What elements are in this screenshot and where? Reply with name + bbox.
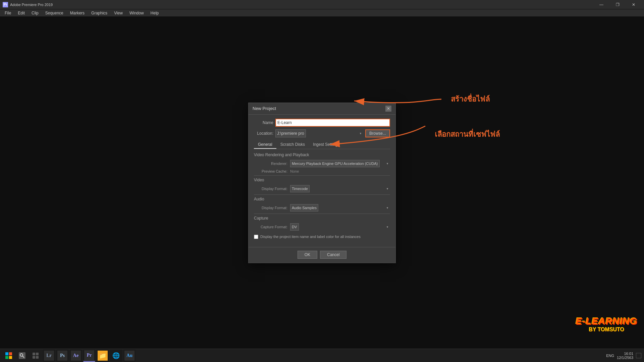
- app-title: Adobe Premiere Pro 2019: [10, 3, 53, 7]
- dialog-container: New Project ✕ Name Location:: [248, 103, 396, 263]
- title-bar: Pr Adobe Premiere Pro 2019 — ❐ ✕: [0, 0, 644, 9]
- annotation-create-name: สร้างชื่อไฟล์: [408, 89, 490, 109]
- taskbar-task-view-icon[interactable]: [30, 350, 42, 362]
- dialog-title: New Project: [253, 106, 276, 111]
- menu-view[interactable]: View: [111, 9, 126, 16]
- checkbox-label: Display the project item name and label …: [260, 235, 361, 239]
- dialog-close-button[interactable]: ✕: [385, 106, 391, 112]
- location-wrapper: J:\premiere pro: [275, 129, 363, 137]
- dialog-body: Name Location: J:\premiere pro Browse...: [249, 115, 395, 247]
- taskbar-time: 16:01: [624, 352, 633, 356]
- renderer-select[interactable]: Mercury Playback Engine GPU Acceleration…: [290, 160, 380, 167]
- annotation-create-name-text: สร้างชื่อไฟล์: [451, 93, 490, 105]
- taskbar-lightroom-icon[interactable]: Lr: [43, 350, 55, 362]
- capture-format-label: Capture Format:: [254, 225, 287, 229]
- chrome-icon: 🌐: [111, 351, 121, 361]
- audio-section-title: Audio: [254, 197, 390, 202]
- menu-sequence[interactable]: Sequence: [42, 9, 67, 16]
- browse-button[interactable]: Browse...: [365, 129, 390, 137]
- lightroom-icon: Lr: [44, 351, 54, 361]
- svg-rect-11: [33, 356, 35, 359]
- taskbar-chrome-icon[interactable]: 🌐: [110, 350, 122, 362]
- show-desktop-button[interactable]: [636, 353, 641, 358]
- tab-scratch-disks[interactable]: Scratch Disks: [276, 141, 309, 149]
- menu-clip[interactable]: Clip: [28, 9, 42, 16]
- name-input[interactable]: [275, 119, 390, 127]
- tab-ingest-settings[interactable]: Ingest Settings: [309, 141, 343, 149]
- tab-general[interactable]: General: [254, 141, 276, 149]
- svg-rect-9: [33, 353, 35, 355]
- audio-display-format-row: Display Format: Audio Samples: [254, 204, 390, 212]
- annotation-select-location: เลือกสถานที่เซฟไฟล์: [385, 119, 500, 149]
- menu-window[interactable]: Window: [126, 9, 147, 16]
- window-close-button[interactable]: ✕: [626, 0, 641, 9]
- new-project-dialog: New Project ✕ Name Location:: [248, 103, 396, 263]
- svg-rect-5: [9, 356, 12, 359]
- renderer-select-wrapper: Mercury Playback Engine GPU Acceleration…: [290, 160, 390, 167]
- divider-video: [254, 175, 390, 176]
- display-instances-checkbox[interactable]: [254, 235, 258, 239]
- taskbar-photoshop-icon[interactable]: Ps: [56, 350, 68, 362]
- capture-format-select-wrapper: DV: [290, 223, 390, 231]
- taskbar-clock: 16:01 12/1/2563: [617, 352, 633, 360]
- video-display-format-select-wrapper: Timecode: [290, 185, 390, 192]
- location-field-row: Location: J:\premiere pro Browse...: [254, 129, 390, 137]
- renderer-row: Renderer: Mercury Playback Engine GPU Ac…: [254, 160, 390, 167]
- taskbar-explorer-icon[interactable]: 📁: [97, 350, 109, 362]
- aftereffects-icon: Ae: [71, 351, 81, 361]
- preview-cache-label: Preview Cache:: [254, 169, 287, 173]
- au-icon: Au: [124, 351, 135, 361]
- audio-display-format-select[interactable]: Audio Samples: [290, 204, 318, 212]
- menu-bar: File Edit Clip Sequence Markers Graphics…: [0, 9, 644, 17]
- photoshop-icon: Ps: [57, 351, 67, 361]
- taskbar-aftereffects-icon[interactable]: Ae: [70, 350, 82, 362]
- explorer-icon: 📁: [98, 351, 108, 361]
- checkbox-row: Display the project item name and label …: [254, 235, 390, 239]
- cancel-button[interactable]: Cancel: [320, 251, 346, 259]
- capture-format-row: Capture Format: DV: [254, 223, 390, 231]
- svg-rect-2: [5, 352, 8, 355]
- premiere-icon: Pr: [84, 350, 94, 360]
- taskbar: Lr Ps Ae Pr 📁 🌐 Au ENG 16:01 12/1/2563: [0, 349, 644, 362]
- location-label: Location:: [254, 131, 273, 136]
- search-icon: [19, 352, 25, 359]
- annotation-select-location-text: เลือกสถานที่เซฟไฟล์: [435, 128, 500, 140]
- taskbar-right: ENG 16:01 12/1/2563: [606, 352, 641, 360]
- divider-capture: [254, 214, 390, 214]
- menu-help[interactable]: Help: [147, 9, 162, 16]
- dialog-footer: OK Cancel: [249, 247, 395, 263]
- taskbar-au-icon[interactable]: Au: [123, 350, 136, 362]
- location-select[interactable]: J:\premiere pro: [275, 129, 306, 137]
- name-field-row: Name: [254, 119, 390, 127]
- capture-format-select[interactable]: DV: [290, 223, 299, 231]
- svg-rect-4: [5, 356, 8, 359]
- taskbar-search-icon[interactable]: [16, 350, 28, 362]
- divider-audio: [254, 194, 390, 195]
- taskbar-premiere-icon[interactable]: Pr: [83, 350, 95, 362]
- taskbar-lang: ENG: [606, 354, 614, 358]
- video-display-format-row: Display Format: Timecode: [254, 185, 390, 192]
- start-button[interactable]: [3, 350, 15, 362]
- minimize-button[interactable]: —: [594, 0, 609, 9]
- svg-rect-6: [19, 352, 25, 359]
- workspace: New Project ✕ Name Location:: [0, 17, 644, 349]
- svg-rect-10: [36, 353, 39, 355]
- video-section-title: Video: [254, 178, 390, 183]
- dialog-backdrop: New Project ✕ Name Location:: [0, 17, 644, 349]
- video-display-format-select[interactable]: Timecode: [290, 185, 310, 192]
- menu-graphics[interactable]: Graphics: [88, 9, 111, 16]
- name-label: Name: [254, 120, 273, 125]
- menu-file[interactable]: File: [1, 9, 14, 16]
- svg-rect-12: [36, 356, 39, 359]
- svg-rect-3: [9, 352, 12, 355]
- video-rendering-section-title: Video Rendering and Playback: [254, 153, 390, 158]
- menu-edit[interactable]: Edit: [14, 9, 28, 16]
- video-display-format-label: Display Format:: [254, 187, 287, 191]
- restore-button[interactable]: ❐: [610, 0, 625, 9]
- menu-markers[interactable]: Markers: [67, 9, 88, 16]
- task-view-icon: [32, 352, 39, 359]
- audio-display-format-label: Display Format:: [254, 206, 287, 210]
- preview-cache-row: Preview Cache: None: [254, 169, 390, 173]
- taskbar-date: 12/1/2563: [617, 356, 633, 360]
- ok-button[interactable]: OK: [298, 251, 317, 259]
